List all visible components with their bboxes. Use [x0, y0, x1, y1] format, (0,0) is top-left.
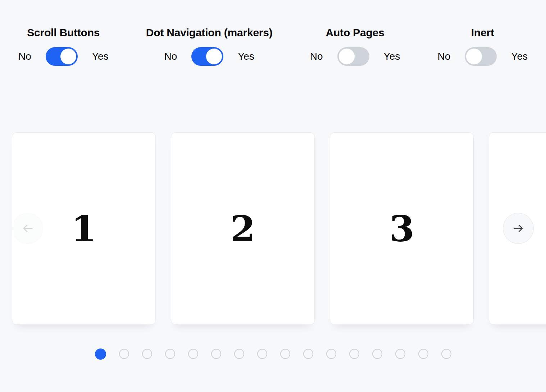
arrow-right-icon: [511, 222, 525, 235]
dot-marker-15[interactable]: [418, 349, 428, 359]
toggle-knob: [206, 49, 222, 64]
dot-marker-11[interactable]: [326, 349, 336, 359]
dot-marker-5[interactable]: [188, 349, 198, 359]
dot-navigation: [0, 347, 546, 360]
toggle-knob: [339, 49, 355, 64]
carousel-next-button[interactable]: [503, 213, 534, 244]
control-group-inert: Inert No Yes: [437, 27, 527, 66]
dot-marker-4[interactable]: [165, 349, 175, 359]
control-title: Auto Pages: [326, 27, 385, 39]
toggle-auto-pages[interactable]: [337, 47, 369, 66]
carousel-track: 1 2 3 4: [12, 132, 546, 325]
dot-marker-14[interactable]: [395, 349, 405, 359]
toggle-yes-label: Yes: [92, 51, 109, 62]
toggle-knob: [60, 49, 76, 64]
control-title: Dot Navigation (markers): [146, 27, 273, 39]
toggle-yes-label: Yes: [511, 51, 528, 62]
slide-number: 3: [389, 211, 414, 247]
dot-marker-10[interactable]: [303, 349, 313, 359]
dot-marker-1[interactable]: [95, 348, 106, 360]
toggle-row: No Yes: [18, 47, 108, 66]
dot-marker-16[interactable]: [441, 349, 451, 359]
dot-marker-9[interactable]: [280, 349, 290, 359]
dot-marker-8[interactable]: [257, 349, 267, 359]
toggle-knob: [466, 49, 482, 64]
dot-marker-3[interactable]: [142, 349, 152, 359]
dot-marker-13[interactable]: [372, 349, 382, 359]
toggle-yes-label: Yes: [384, 51, 400, 62]
toggle-scroll-buttons[interactable]: [46, 47, 78, 66]
control-group-scroll-buttons: Scroll Buttons No Yes: [18, 27, 108, 66]
slide-number: 1: [71, 211, 96, 247]
toggle-no-label: No: [437, 51, 450, 62]
carousel-slide-2[interactable]: 2: [171, 132, 315, 325]
toggle-no-label: No: [18, 51, 31, 62]
toggle-row: No Yes: [310, 47, 400, 66]
toggle-no-label: No: [310, 51, 323, 62]
dot-marker-2[interactable]: [119, 349, 129, 359]
toggle-row: No Yes: [437, 47, 527, 66]
toggle-yes-label: Yes: [238, 51, 254, 62]
control-title: Inert: [471, 27, 494, 39]
dot-marker-6[interactable]: [211, 349, 221, 359]
dot-marker-12[interactable]: [349, 349, 359, 359]
slide-number: 2: [230, 211, 255, 247]
toggle-no-label: No: [164, 51, 177, 62]
carousel-slide-3[interactable]: 3: [330, 132, 474, 325]
control-group-auto-pages: Auto Pages No Yes: [310, 27, 400, 66]
toggle-inert[interactable]: [465, 47, 497, 66]
controls-bar: Scroll Buttons No Yes Dot Navigation (ma…: [0, 27, 546, 66]
arrow-left-icon: [21, 222, 35, 235]
dot-marker-7[interactable]: [234, 349, 244, 359]
toggle-dot-navigation[interactable]: [191, 47, 223, 66]
toggle-row: No Yes: [164, 47, 254, 66]
carousel-prev-button[interactable]: [12, 213, 43, 244]
control-group-dot-navigation: Dot Navigation (markers) No Yes: [146, 27, 273, 66]
control-title: Scroll Buttons: [27, 27, 100, 39]
